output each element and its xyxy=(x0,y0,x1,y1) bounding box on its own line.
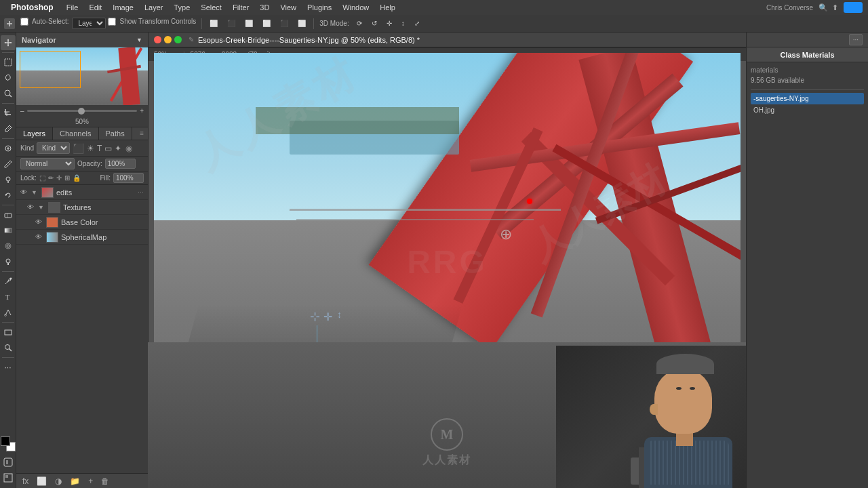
filter-shape-icon[interactable]: ▭ xyxy=(104,144,112,153)
tab-layers[interactable]: Layers xyxy=(16,127,53,140)
navigator-header[interactable]: Navigator ▼ xyxy=(16,33,148,47)
menu-file[interactable]: File xyxy=(62,2,83,13)
lock-position-icon[interactable]: ✛ xyxy=(56,174,62,182)
text-tool[interactable]: T xyxy=(1,289,16,304)
menu-view[interactable]: View xyxy=(275,2,301,13)
quick-select-tool[interactable] xyxy=(1,86,16,101)
extra-tools[interactable]: ··· xyxy=(1,360,16,375)
zoom-tool[interactable] xyxy=(1,340,16,355)
menu-filter[interactable]: Filter xyxy=(228,2,254,13)
navigator-viewbox[interactable] xyxy=(20,51,81,88)
add-mask-btn[interactable]: ⬜ xyxy=(35,475,49,487)
3d-pan-btn[interactable]: ✛ xyxy=(383,18,395,28)
autoselect-checkbox[interactable] xyxy=(20,18,28,26)
shape-tool[interactable] xyxy=(1,325,16,340)
layer-visibility-base-color[interactable]: 👁 xyxy=(35,218,43,226)
menu-3d[interactable]: 3D xyxy=(255,2,274,13)
filter-pixel-icon[interactable]: ⬛ xyxy=(73,143,84,154)
align-bottom-btn[interactable]: ⬜ xyxy=(294,18,309,28)
crop-tool[interactable] xyxy=(1,106,16,121)
tab-paths[interactable]: Paths xyxy=(99,127,132,140)
blend-mode-dropdown[interactable]: Normal Multiply Screen Overlay xyxy=(20,158,75,169)
menu-select[interactable]: Select xyxy=(196,2,226,13)
filter-type-icon[interactable]: T xyxy=(97,144,102,153)
autoselect-dropdown[interactable]: Layer Group xyxy=(72,18,106,29)
align-center-btn[interactable]: ⬛ xyxy=(224,18,239,28)
filter-smart-icon[interactable]: ✦ xyxy=(115,144,121,153)
add-group-btn[interactable]: 📁 xyxy=(68,475,82,487)
align-middle-btn[interactable]: ⬛ xyxy=(277,18,292,28)
transform-checkbox[interactable] xyxy=(108,18,116,26)
align-top-btn[interactable]: ⬜ xyxy=(259,18,274,28)
foreground-color-swatch[interactable] xyxy=(1,436,10,446)
brush-tool[interactable] xyxy=(1,157,16,171)
lock-artboard-icon[interactable]: ⊞ xyxy=(64,174,70,182)
delete-layer-btn[interactable]: 🗑 xyxy=(99,475,111,487)
close-button[interactable] xyxy=(154,36,161,43)
zoom-out-icon[interactable]: – xyxy=(20,107,24,115)
zoom-slider[interactable] xyxy=(27,110,138,112)
filter-toggle-icon[interactable]: ◉ xyxy=(125,144,132,153)
3d-slide-btn[interactable]: ↕ xyxy=(398,18,408,28)
eraser-tool[interactable] xyxy=(1,207,16,222)
layer-item-spherical-map[interactable]: 👁 SphericalMap xyxy=(16,230,148,245)
right-file-item-0[interactable]: -saugerties-NY.jpg xyxy=(751,93,864,104)
menu-window[interactable]: Window xyxy=(338,2,374,13)
layer-expand-edits[interactable]: ▼ xyxy=(31,189,37,196)
menu-help[interactable]: Help xyxy=(375,2,400,13)
layer-item-textures[interactable]: 👁 ▼ Textures xyxy=(16,200,148,215)
move-tool[interactable] xyxy=(1,35,16,50)
menu-plugins[interactable]: Plugins xyxy=(302,2,336,13)
dodge-tool[interactable] xyxy=(1,254,16,269)
layer-item-edits[interactable]: 👁 ▼ edits ⋯ xyxy=(16,185,148,200)
filter-adjustment-icon[interactable]: ☀ xyxy=(87,144,94,153)
3d-scale-btn[interactable]: ⤢ xyxy=(411,18,423,28)
layers-panel-menu[interactable]: ≡ xyxy=(136,127,148,140)
3d-roll-btn[interactable]: ↺ xyxy=(368,18,380,28)
align-left-btn[interactable]: ⬜ xyxy=(206,18,221,28)
layer-panel-menu-edits[interactable]: ⋯ xyxy=(138,189,144,196)
quick-mask-tool[interactable] xyxy=(1,455,16,470)
new-layer-btn[interactable]: + xyxy=(86,475,95,487)
menu-edit[interactable]: Edit xyxy=(84,2,106,13)
right-file-item-1[interactable]: OH.jpg xyxy=(751,104,864,116)
history-brush-tool[interactable] xyxy=(1,188,16,203)
lock-transparent-icon[interactable]: ⬚ xyxy=(39,174,45,182)
add-style-btn[interactable]: fx xyxy=(20,475,31,487)
layer-item-base-color[interactable]: 👁 Base Color xyxy=(16,215,148,230)
menu-layer[interactable]: Layer xyxy=(140,2,168,13)
zoom-in-icon[interactable]: + xyxy=(140,107,144,115)
blur-tool[interactable] xyxy=(1,239,16,253)
clone-stamp-tool[interactable] xyxy=(1,172,16,187)
rectangle-select-tool[interactable] xyxy=(1,55,16,70)
layer-expand-textures[interactable]: ▼ xyxy=(38,204,44,211)
right-panel-options[interactable]: ··· xyxy=(849,34,863,45)
lasso-tool[interactable] xyxy=(1,70,16,85)
menu-image[interactable]: Image xyxy=(108,2,138,13)
path-select-tool[interactable] xyxy=(1,305,16,320)
layer-visibility-spherical-map[interactable]: 👁 xyxy=(35,233,43,241)
opacity-input[interactable] xyxy=(105,159,136,169)
search-icon[interactable]: 🔍 xyxy=(818,3,828,12)
healing-brush-tool[interactable] xyxy=(1,141,16,156)
tab-channels[interactable]: Channels xyxy=(53,127,98,140)
fill-input[interactable] xyxy=(113,173,144,183)
layer-visibility-textures[interactable]: 👁 xyxy=(27,203,35,211)
3d-orbit-btn[interactable]: ⟳ xyxy=(353,18,366,28)
share-icon[interactable]: ⬆ xyxy=(832,3,838,12)
menu-type[interactable]: Type xyxy=(169,2,195,13)
screen-mode-btn[interactable] xyxy=(1,470,16,485)
navigator-collapse-icon[interactable]: ▼ xyxy=(136,37,142,43)
gradient-tool[interactable] xyxy=(1,223,16,238)
minimize-button[interactable] xyxy=(164,36,172,43)
eyedropper-tool[interactable] xyxy=(1,121,16,136)
add-adjustment-btn[interactable]: ◑ xyxy=(53,475,64,487)
lock-pixels-icon[interactable]: ✏ xyxy=(48,174,54,182)
move-tool-icon[interactable] xyxy=(4,18,15,29)
pen-tool[interactable] xyxy=(1,274,16,289)
fullscreen-button[interactable] xyxy=(174,36,182,43)
layer-visibility-edits[interactable]: 👁 xyxy=(20,188,28,196)
kind-dropdown[interactable]: Kind xyxy=(37,142,70,154)
align-right-btn[interactable]: ⬜ xyxy=(241,18,256,28)
lock-all-icon[interactable]: 🔒 xyxy=(73,174,81,182)
